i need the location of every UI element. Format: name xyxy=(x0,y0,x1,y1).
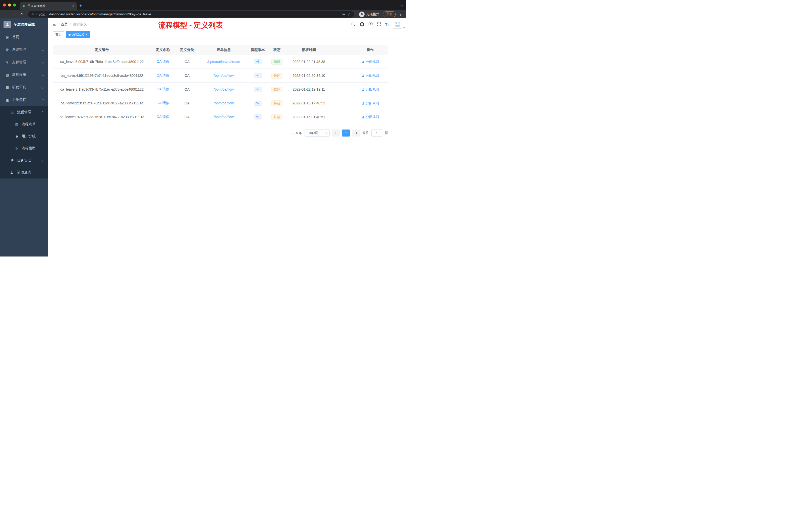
reload-button[interactable]: ↻ xyxy=(19,12,25,17)
pagination: 共 5 条 10条/页 1 前往 页 xyxy=(53,129,388,137)
user-avatar[interactable] xyxy=(393,20,402,29)
sidebar-item-home[interactable]: ◉ 首页 xyxy=(0,31,48,43)
chevron-down-icon xyxy=(42,86,44,89)
version-badge: v1 xyxy=(254,115,262,119)
sidebar-item-label: 流程模型 xyxy=(22,146,44,151)
form-link[interactable]: /bpm/oa/flow xyxy=(214,115,233,119)
tools-icon: ▦ xyxy=(5,85,9,89)
cell-deploy-time: 2022-01-22 21:48:38 xyxy=(287,60,331,64)
tag-home[interactable]: 首页 xyxy=(53,31,64,38)
new-tab-button[interactable]: + xyxy=(79,3,82,8)
browser-menu-icon[interactable]: ⋮ xyxy=(399,12,403,17)
page-1-button[interactable]: 1 xyxy=(342,129,350,137)
chevron-up-icon xyxy=(42,99,44,101)
sidebar-item-label: 用户分组 xyxy=(22,134,44,139)
chevron-up-icon xyxy=(42,111,44,114)
definition-name-link[interactable]: OA 请假 xyxy=(156,59,169,63)
cell-status: 挂起 xyxy=(267,87,287,92)
sidebar-item-leave-query[interactable]: 请假查询 xyxy=(0,167,48,178)
person-icon xyxy=(361,88,365,91)
help-icon[interactable]: ? xyxy=(369,22,373,26)
url-text[interactable]: dashboard.yudao.iocoder.cn/bpm/manager/d… xyxy=(49,12,339,16)
form-link[interactable]: /bpm/oa/flow xyxy=(214,87,233,91)
table-row: oa_leave:1:482ec033-762a-11ec-8477-a2380… xyxy=(53,110,388,124)
definition-name-link[interactable]: OA 请假 xyxy=(156,115,169,119)
table-row: oa_leave:3:1fad3d93-7b75-11ec-a3c8-acde4… xyxy=(53,83,388,96)
window-minimize-button[interactable] xyxy=(8,3,11,6)
font-size-icon[interactable]: T T xyxy=(385,22,389,26)
assign-rule-link[interactable]: 分配规则 xyxy=(361,73,379,78)
sidebar-item-process-form[interactable]: ▥ 流程表单 xyxy=(0,118,48,130)
tab-close-icon[interactable]: × xyxy=(72,4,74,8)
screen: 芋道管理系统 × + ← → ↻ ⚠ 不安全 | dashboard.yudao… xyxy=(0,0,406,256)
assign-rule-link[interactable]: 分配规则 xyxy=(361,59,379,64)
sidebar-item-workflow[interactable]: ▣ 工作流程 xyxy=(0,94,48,106)
assign-rule-link[interactable]: 分配规则 xyxy=(361,101,379,105)
form-link[interactable]: /bpm/oa/flow xyxy=(214,101,233,105)
tab-search-chevron-icon[interactable] xyxy=(401,2,403,7)
page-size-select[interactable]: 10条/页 xyxy=(304,129,330,137)
back-button[interactable]: ← xyxy=(2,12,9,17)
assign-rule-link[interactable]: 分配规则 xyxy=(361,87,379,92)
cell-form-info: /bpm/oa/flow xyxy=(199,87,248,91)
github-icon[interactable] xyxy=(359,22,365,27)
cell-status: 激活 xyxy=(267,59,287,65)
sidebar-item-payment[interactable]: ¥ 支付管理 xyxy=(0,56,48,68)
hamburger-collapse-icon[interactable] xyxy=(52,22,57,27)
dashboard-icon: ◉ xyxy=(5,35,9,39)
incognito-icon xyxy=(359,11,365,17)
definition-name-link[interactable]: OA 请假 xyxy=(156,87,169,91)
status-badge: 挂起 xyxy=(271,73,283,79)
browser-tab[interactable]: 芋道管理系统 × xyxy=(20,2,77,10)
breadcrumb: 首页 / 流程定义 xyxy=(61,22,87,27)
fullscreen-icon[interactable] xyxy=(377,22,381,26)
goto-page-input[interactable] xyxy=(371,129,382,137)
sidebar: 芋道管理系统 ◉ 首页 ⚙ 系统管理 ¥ 支付管理 ▤ 基础设施 xyxy=(0,18,48,256)
sidebar-item-process-model[interactable]: ✈ 流程模型 xyxy=(0,142,48,154)
form-link[interactable]: /bpm/oa/flow xyxy=(214,73,233,78)
col-definition-name: 定义名称 xyxy=(151,48,175,52)
cell-definition-id: oa_leave:1:482ec033-762a-11ec-8477-a2380… xyxy=(53,115,151,119)
cell-definition-id: oa_leave:3:1fad3d93-7b75-11ec-a3c8-acde4… xyxy=(53,87,151,91)
cell-definition-id: oa_leave:2:3c1f0ef1-76b1-11ec-9c66-a2380… xyxy=(53,101,151,105)
tag-label: 流程定义 xyxy=(72,32,84,37)
cell-version: v2 xyxy=(248,101,267,105)
chevron-down-icon xyxy=(42,159,44,162)
window-zoom-button[interactable] xyxy=(13,3,16,6)
forward-button[interactable]: → xyxy=(10,12,17,17)
tag-close-icon[interactable]: × xyxy=(86,33,88,36)
password-key-icon[interactable] xyxy=(341,12,345,16)
assign-rule-link[interactable]: 分配规则 xyxy=(361,115,379,119)
address-bar[interactable]: ⚠ 不安全 | dashboard.yudao.iocoder.cn/bpm/m… xyxy=(28,11,354,18)
sidebar-item-system[interactable]: ⚙ 系统管理 xyxy=(0,43,48,56)
form-link[interactable]: /bpm/oa/leave/create xyxy=(207,60,240,64)
omnibox-actions: ☆ xyxy=(341,12,351,17)
breadcrumb-home[interactable]: 首页 xyxy=(61,22,68,27)
col-status: 状态 xyxy=(267,48,287,52)
tag-process-definition[interactable]: 流程定义 × xyxy=(66,31,90,38)
definition-name-link[interactable]: OA 请假 xyxy=(156,73,169,77)
version-badge: v3 xyxy=(254,87,262,92)
browser-toolbar: ← → ↻ ⚠ 不安全 | dashboard.yudao.iocoder.cn… xyxy=(0,10,406,18)
window-close-button[interactable] xyxy=(3,3,6,6)
cell-version: v4 xyxy=(248,73,267,78)
definition-name-link[interactable]: OA 请假 xyxy=(156,101,169,105)
sidebar-item-infrastructure[interactable]: ▤ 基础设施 xyxy=(0,68,48,81)
security-chip[interactable]: ⚠ 不安全 | xyxy=(31,12,47,17)
flag-icon: ⚑ xyxy=(10,158,14,162)
next-page-button[interactable] xyxy=(352,129,360,137)
chevron-down-icon xyxy=(42,73,44,76)
prev-page-button[interactable] xyxy=(332,129,340,137)
definition-table: 定义编号 定义名称 定义分类 表单信息 流程版本 状态 部署时间 操作 oa_l… xyxy=(53,45,388,124)
sidebar-item-user-group[interactable]: ☻ 用户分组 xyxy=(0,130,48,142)
search-icon[interactable] xyxy=(351,22,355,27)
sidebar-item-devtools[interactable]: ▦ 研发工具 xyxy=(0,81,48,94)
bookmark-star-icon[interactable]: ☆ xyxy=(348,12,351,17)
chevron-down-icon xyxy=(42,61,44,63)
sidebar-item-process-management[interactable]: ☰ 流程管理 xyxy=(0,106,48,118)
cell-deploy-time: 2022-01-16 01:40:51 xyxy=(287,115,331,119)
tag-label: 首页 xyxy=(56,32,61,37)
sidebar-logo[interactable]: 芋道管理系统 xyxy=(0,18,48,31)
sidebar-item-task-management[interactable]: ⚑ 任务管理 xyxy=(0,154,48,167)
browser-update-button[interactable]: 更新 xyxy=(383,11,396,17)
